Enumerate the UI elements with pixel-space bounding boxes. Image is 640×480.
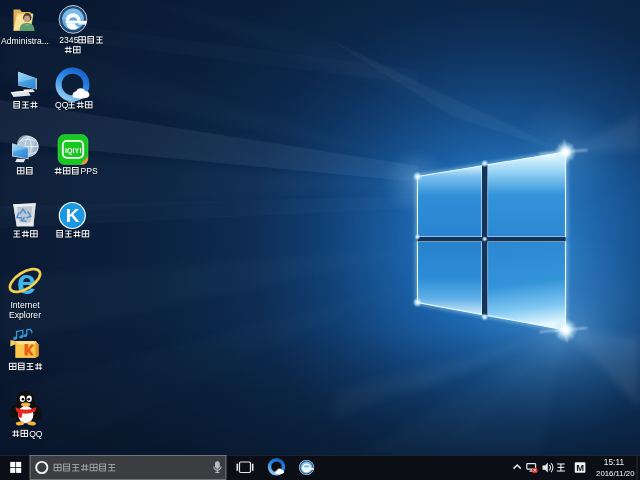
svg-text:K: K — [66, 205, 80, 226]
svg-text:QQ: QQ — [29, 429, 43, 439]
svg-text:Administra...: Administra... — [1, 36, 49, 46]
svg-text:iQIYI: iQIYI — [65, 146, 81, 155]
svg-text:PPS: PPS — [81, 166, 98, 176]
svg-text:QQ: QQ — [55, 100, 69, 110]
svg-text:2345: 2345 — [59, 35, 78, 45]
svg-text:2016/11/20: 2016/11/20 — [596, 469, 635, 478]
svg-text:e: e — [17, 262, 36, 301]
svg-text:Internet: Internet — [10, 300, 40, 310]
svg-text:15:11: 15:11 — [604, 457, 625, 467]
svg-text:M: M — [576, 462, 584, 473]
svg-text:Explorer: Explorer — [9, 310, 41, 320]
